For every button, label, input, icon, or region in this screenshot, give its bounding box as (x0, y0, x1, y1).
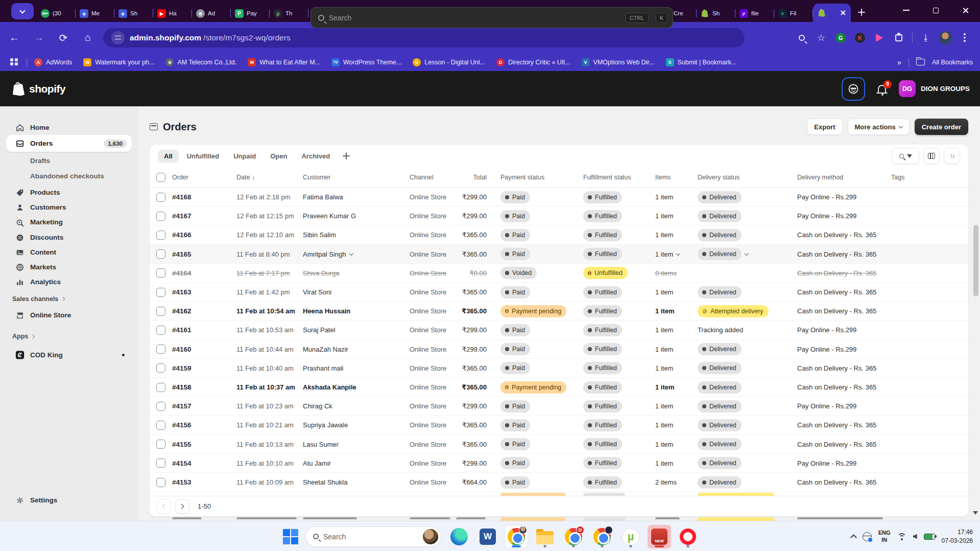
reload-button[interactable]: ⟳ (53, 28, 74, 48)
table-row[interactable]: #416612 Feb at 12:10 amSibin SalimOnline… (150, 225, 968, 244)
sidebar-item-orders[interactable]: Orders1,630 (6, 135, 132, 152)
active-tab[interactable] (813, 4, 851, 22)
search-and-filter-button[interactable] (892, 148, 919, 164)
scrollbar-down-arrow[interactable] (973, 511, 978, 515)
column-header-channel[interactable]: Channel (410, 167, 434, 188)
notifications-button[interactable]: 9 (873, 80, 891, 98)
sidebar-item-settings[interactable]: Settings (6, 492, 132, 509)
minimize-button[interactable] (891, 0, 921, 20)
column-header-tags[interactable]: Tags (891, 167, 904, 188)
sidebar-item-home[interactable]: Home (6, 119, 132, 136)
create-order-button[interactable]: Create order (915, 119, 968, 135)
table-row[interactable]: #416211 Feb at 10:54 amHeena HussainOnli… (150, 302, 968, 320)
table-row[interactable]: #415911 Feb at 10:40 amPrashant maliOnli… (150, 359, 968, 378)
shopify-logo[interactable]: shopify (12, 82, 65, 96)
sidebar-item-online-store[interactable]: Online Store (6, 307, 132, 324)
bookmark-item[interactable]: ⊕AM Telecom Co.,Ltd. (165, 58, 236, 66)
chrome-main-icon[interactable] (505, 525, 528, 548)
sidebar-item-cod-king[interactable]: COD King (6, 347, 132, 363)
table-row[interactable]: #416712 Feb at 12:15 pmPraveen Kumar GOn… (150, 206, 968, 225)
table-row[interactable]: #416411 Feb at 7:17 pmShiva DurgaOnline … (150, 264, 968, 283)
sidebar-item-abandoned-checkouts[interactable]: Abandoned checkouts (6, 168, 132, 185)
new-tab-button[interactable] (855, 6, 868, 19)
browser-menu-icon[interactable] (957, 30, 973, 46)
sidebar-item-marketing[interactable]: Marketing (6, 214, 132, 231)
table-row[interactable]: #415511 Feb at 10:13 amLasu SumerOnline … (150, 435, 968, 454)
row-checkbox[interactable] (156, 397, 165, 416)
downloads-icon[interactable]: ⭳ (918, 30, 934, 46)
clock[interactable]: 17:4607-03-2026 (942, 528, 973, 544)
account-menu[interactable]: DG DION GROUPS (899, 80, 970, 97)
export-button[interactable]: Export (807, 119, 842, 135)
bookmark-star-icon[interactable]: ☆ (813, 30, 829, 46)
bookmark-item[interactable]: WWatermark your ph... (83, 58, 154, 66)
apps-header[interactable]: Apps (12, 333, 34, 340)
address-bar[interactable]: admin.shopify.com/store/m7sgs2-wq/orders (103, 28, 745, 48)
site-settings-icon[interactable] (111, 31, 125, 44)
browser-tab[interactable]: Sh (697, 5, 735, 22)
filter-tab-unfulfilled[interactable]: Unfulfilled (181, 150, 226, 163)
more-actions-button[interactable]: More actions (848, 119, 910, 135)
filter-tab-all[interactable]: All (158, 150, 179, 163)
column-header-date[interactable]: Date ↓ (236, 167, 255, 188)
maximize-button[interactable] (921, 0, 950, 20)
bookmark-item[interactable]: GLesson - Digital Unl... (413, 58, 485, 66)
network-globe-icon[interactable] (863, 532, 872, 541)
pink-extension-icon[interactable] (871, 30, 888, 46)
taskbar-search[interactable]: Search (305, 526, 441, 547)
row-checkbox[interactable] (156, 454, 165, 473)
apps-grid-icon[interactable] (10, 58, 18, 66)
tray-expand-icon[interactable] (850, 534, 857, 541)
browser-tab[interactable]: 99+(30 (37, 5, 76, 22)
table-row[interactable]: #416511 Feb at 8:40 pmAmritpal SinghOnli… (150, 245, 968, 264)
sidebar-item-analytics[interactable]: Analytics (6, 273, 132, 290)
column-header-payment-status[interactable]: Payment status (500, 167, 544, 188)
edge-icon[interactable] (447, 525, 471, 548)
table-row[interactable]: #415411 Feb at 10:10 amAtu JamirOnline S… (150, 454, 968, 473)
extensions-puzzle-icon[interactable] (891, 30, 907, 46)
tab-search-button[interactable] (11, 3, 34, 19)
start-button[interactable] (282, 528, 299, 545)
utorrent-icon[interactable]: µ (619, 525, 642, 548)
opera-icon[interactable] (676, 525, 700, 548)
file-explorer-icon[interactable] (533, 525, 557, 548)
battery-icon[interactable] (924, 534, 935, 540)
wifi-icon[interactable] (897, 533, 906, 540)
row-checkbox[interactable] (156, 416, 165, 434)
k-extension-icon[interactable]: K (852, 30, 868, 46)
bookmarks-overflow-chevron[interactable]: » (897, 58, 901, 66)
browser-tab[interactable]: ⊕Ad (192, 5, 231, 22)
row-checkbox[interactable] (156, 435, 165, 454)
browser-tab[interactable]: PPay (231, 5, 270, 22)
row-checkbox[interactable] (156, 378, 165, 397)
browser-tab[interactable]: ≡Fil (774, 5, 813, 22)
browser-tab[interactable]: µTh (270, 5, 308, 22)
back-button[interactable]: ← (4, 28, 25, 48)
sidebar-item-drafts[interactable]: Drafts (6, 152, 132, 169)
row-checkbox[interactable] (156, 473, 165, 492)
browser-tab[interactable]: y!file (735, 5, 774, 22)
grammarly-extension-icon[interactable]: G (832, 30, 849, 46)
bookmark-item[interactable]: DDirectory Critic » Ult... (496, 58, 570, 66)
cod-app-icon[interactable]: NEW (648, 525, 671, 548)
column-header-delivery-method[interactable]: Delivery method (797, 167, 843, 188)
row-checkbox[interactable] (156, 359, 165, 378)
chrome-profile-d-icon[interactable]: D (562, 525, 585, 548)
bookmark-item[interactable]: MWhat to Eat After M... (248, 58, 320, 66)
sort-button[interactable]: ↑↓ (944, 148, 960, 164)
table-row[interactable]: #415611 Feb at 10:21 amSupriya JawaleOnl… (150, 416, 968, 434)
volume-icon[interactable] (913, 534, 917, 539)
profile-avatar[interactable] (937, 30, 953, 46)
table-row[interactable]: #415311 Feb at 10:09 amSheetal ShuklaOnl… (150, 473, 968, 492)
sidekick-assistant-button[interactable] (842, 77, 865, 101)
column-header-order[interactable]: Order (172, 167, 188, 188)
column-header-delivery-status[interactable]: Delivery status (698, 167, 739, 188)
bookmark-item[interactable]: AAdWords (34, 58, 72, 66)
table-row[interactable]: #416812 Feb at 2:18 pmFatima BalwaOnline… (150, 188, 968, 206)
bookmark-item[interactable]: VVMOptions Web Dir... (582, 58, 655, 66)
select-all-checkbox[interactable] (156, 167, 165, 188)
previous-page-button[interactable] (157, 499, 171, 514)
browser-tab[interactable]: ▶Ha (153, 5, 192, 22)
table-row[interactable]: #416311 Feb at 1:42 pmVirat SoniOnline S… (150, 283, 968, 302)
browser-tab[interactable]: ◆Sh (114, 5, 153, 22)
